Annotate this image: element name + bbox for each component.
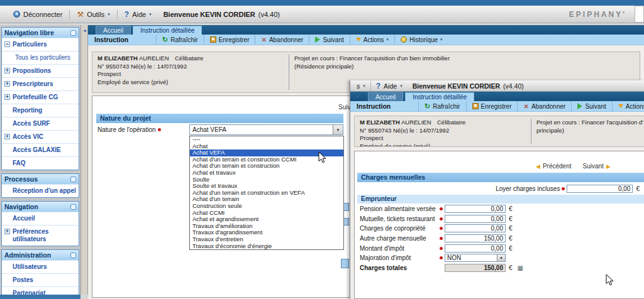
mutuelle-tickets-restaurant-input[interactable]: 0,00 [445, 215, 506, 223]
w1-actions-button[interactable]: Actions▾ [350, 35, 394, 45]
dropdown-option-[interactable]: ---- [190, 136, 343, 143]
tools-menu[interactable]: ⚒ Outils ▾ [71, 11, 115, 18]
field-label: Charges de copropriété [360, 225, 438, 232]
precedent-button[interactable]: ◀ Précédent [536, 163, 572, 170]
button-label: Rafraîchir [433, 103, 460, 110]
sidebar-item-faq[interactable]: FAQ [2, 156, 79, 170]
w2-enregistrer-button[interactable]: Enregistrer [466, 101, 518, 111]
sidebar-item-acces-surf[interactable]: Accès SURF [2, 117, 79, 130]
sidebar-item-reception-d-un-appel[interactable]: Réception d'un appel [2, 184, 79, 197]
w1-abandonner-button[interactable]: Abandonner [255, 35, 309, 45]
sidebar-item-accueil[interactable]: Accueil [2, 212, 79, 225]
dropdown-option-travaux-d-economie-d-energie[interactable]: Travaux d'économie d'énergie [190, 243, 343, 250]
expand-plus-icon[interactable]: + [4, 229, 10, 234]
w2-tab-instruction-detaillee[interactable]: Instruction détaillée [405, 92, 474, 101]
collapse-icon[interactable] [70, 30, 76, 36]
w2-abandonner-button[interactable]: Abandonner [517, 101, 571, 111]
dropdown-option-achat-d-un-terrain-et-construction-ccmi[interactable]: Achat d'un terrain et construction CCMI [190, 156, 343, 163]
dropdown-option-achat-d-un-terrain-et-construction[interactable]: Achat d'un terrain et construction [190, 163, 343, 170]
w2-suivant-button[interactable]: Suivant [571, 101, 611, 111]
collapse-left-icon[interactable]: ◄ [355, 94, 359, 99]
help-menu[interactable]: Aide ▾ [372, 82, 406, 90]
nature-operation-select[interactable]: Achat VEFA ▼ [189, 124, 343, 135]
project-summary: Projet en cours : Financer l'acquisition… [531, 116, 643, 146]
sidebar-item-prescripteurs[interactable]: +Prescripteurs [2, 77, 79, 90]
sidebar-item-acces-galaxie[interactable]: Accès GALAXIE [2, 143, 79, 156]
w1-rafraichir-button[interactable]: Rafraîchir [156, 35, 204, 45]
sidebar-item-reporting[interactable]: Reporting [2, 104, 79, 117]
help-menu[interactable]: Aide ▾ [119, 10, 157, 19]
dropdown-option-achat-d-un-terrain-et-construction-en-vefa[interactable]: Achat d'un terrain et construction en VE… [190, 190, 343, 197]
w2-actions-button[interactable]: Actions▾ [612, 101, 644, 111]
sidebar-item-label: Accès SURF [13, 120, 50, 128]
caret-down-icon: ▾ [387, 37, 389, 42]
autre-charge-mensuelle-input[interactable]: 150,00 [445, 234, 506, 242]
dropdown-option-achat-vefa[interactable]: Achat VEFA [190, 150, 343, 156]
sidebar-item-label: Tous les particuliers [15, 54, 70, 62]
client-number-line: N° 9550743 Né(e) le : 14/07/1992 [97, 63, 284, 71]
calculator-icon[interactable]: ▦ [518, 264, 523, 271]
logout-button[interactable]: Déconnecter [8, 11, 68, 18]
w1-enregistrer-button[interactable]: Enregistrer [204, 35, 255, 45]
charge-row-majoration-d-impot: Majoration d'impôtNON▼ [360, 253, 640, 263]
dropdown-option-achat-ccmi[interactable]: Achat CCMI [190, 210, 343, 217]
loyer-input[interactable]: 0,00 [567, 185, 633, 193]
sidebar-collapse-strip[interactable]: ◄ [80, 25, 88, 295]
help-label: Aide [132, 11, 146, 18]
w1-tab-instruction-detaillee[interactable]: Instruction détaillée [133, 26, 202, 35]
expand-plus-icon[interactable]: + [4, 81, 10, 87]
expand-plus-icon[interactable]: + [4, 68, 10, 73]
chevron-down-icon[interactable]: ▼ [333, 125, 343, 134]
dropdown-option-travaux-d-entretien[interactable]: Travaux d'entretien [190, 236, 343, 243]
sidebar-item-acces-vic[interactable]: +Accès VIC [2, 130, 79, 143]
dropdown-option-construction-seule[interactable]: Construction seule [190, 203, 343, 210]
dropdown-option-soulte[interactable]: Soulte [190, 177, 343, 183]
sidebar-section-header: Navigation libre [2, 28, 79, 38]
button-label: Suivant [323, 36, 343, 43]
collapse-minus-icon[interactable]: − [4, 41, 10, 47]
welcome-user: Bienvenue KEVIN CORDIER [164, 11, 255, 18]
w1-suivant-button[interactable]: Suivant [309, 35, 349, 45]
montant-d-impot-input[interactable]: 0,00 [445, 244, 506, 253]
dropdown-option-achat-et-travaux[interactable]: Achat et travaux [190, 170, 343, 177]
dropdown-option-achat-d-un-terrain[interactable]: Achat d'un terrain [190, 196, 343, 203]
majoration-d-impot-select[interactable]: NON▼ [445, 254, 506, 262]
welcome-user: Bienvenue KEVIN CORDIER [413, 82, 500, 90]
collapse-icon[interactable] [70, 177, 76, 182]
collapse-icon[interactable] [70, 204, 76, 210]
client-number-line: N° 9550743 Né(e) le : 14/07/1992 [360, 127, 526, 135]
dropdown-option-travaux-d-amelioration[interactable]: Travaux d'amélioration [190, 223, 343, 230]
w2-rafraichir-button[interactable]: Rafraîchir [418, 101, 466, 111]
dropdown-option-travaux-d-agrandissement[interactable]: Travaux d'agrandissement [190, 229, 343, 236]
field-label: Majoration d'impôt [360, 254, 438, 261]
charges-de-copropriete-input[interactable]: 0,00 [445, 224, 506, 232]
expand-plus-icon[interactable]: + [4, 94, 10, 100]
expand-plus-icon[interactable]: + [4, 134, 10, 139]
tools-menu-truncated[interactable]: s ▾ [353, 82, 369, 90]
w1-tab-accueil[interactable]: Accueil [96, 26, 131, 35]
sidebar-item-partenariat[interactable]: Partenariat [2, 286, 79, 295]
sidebar-item-tous-les-particuliers[interactable]: Tous les particuliers [2, 51, 79, 64]
chevron-down-icon[interactable]: ▼ [497, 254, 505, 261]
w2-tab-accueil[interactable]: Accueil [368, 92, 403, 101]
button-label: Suivant [585, 103, 606, 110]
dropdown-option-achat[interactable]: Achat [190, 143, 343, 150]
dropdown-option-soulte-et-travaux[interactable]: Soulte et travaux [190, 183, 343, 190]
sidebar-item-propositions[interactable]: +Propositions [2, 64, 79, 77]
pension-alimentaire-versee-input[interactable]: 0,00 [445, 205, 506, 213]
dropdown-option-achat-et-agrandissement[interactable]: Achat et agrandissement [190, 216, 343, 223]
input-value: 0,00 [491, 225, 503, 232]
sidebar-item-portefeuille-cg[interactable]: +Portefeuille CG [2, 90, 79, 104]
collapse-icon[interactable] [70, 253, 76, 258]
w1-historique-button[interactable]: Historique▾ [394, 35, 448, 45]
sidebar-item-particuliers[interactable]: −Particuliers [2, 38, 79, 51]
sidebar-item-utilisateurs[interactable]: Utilisateurs [2, 260, 79, 273]
charge-row-pension-alimentaire-versee: Pension alimentaire versée0,00€ [360, 204, 640, 214]
sidebar-item-preferences-utilisateurs[interactable]: +Préférences utilisateurs [2, 225, 79, 246]
corner-box [635, 6, 644, 23]
sidebar-item-label: Particuliers [13, 41, 47, 48]
client-status-line: Prospect [97, 70, 284, 79]
client-name: M ELIZABETH [360, 119, 400, 126]
sidebar-item-postes[interactable]: Postes [2, 273, 79, 286]
suivant-button[interactable]: Suivant ▶ [583, 163, 611, 170]
